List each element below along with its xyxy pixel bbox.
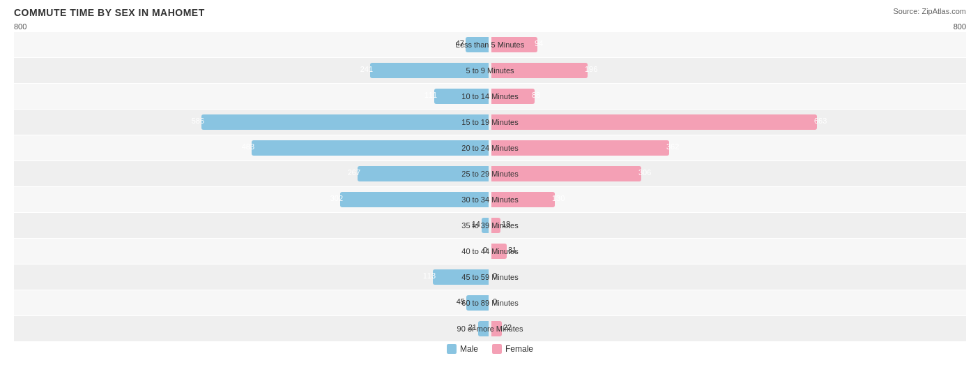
chart-row: 15 to 19 Minutes586663 [14,110,966,135]
chart-row: 60 to 89 Minutes450 [14,290,966,315]
source-text: Source: ZipAtlas.com [893,7,966,15]
female-value: 663 [814,117,827,125]
male-value: 14 [472,220,480,228]
chart-row: 5 to 9 Minutes241196 [14,58,966,83]
chart-row: 30 to 34 Minutes302130 [14,187,966,212]
female-value: 306 [638,168,651,177]
legend-female-label: Female [505,344,533,354]
male-bar [340,192,489,207]
female-value: 0 [493,271,497,280]
chart-area: Less than 5 Minutes47945 to 9 Minutes241… [14,32,966,341]
axis-left-label: 800 [14,22,26,31]
male-value: 241 [360,65,373,73]
male-value: 0 [483,246,487,254]
male-value: 302 [330,194,343,202]
female-bar [491,63,588,78]
chart-row: 10 to 14 Minutes11188 [14,84,966,109]
legend-female-box [492,344,502,354]
female-value: 362 [666,142,679,151]
female-bar [491,192,555,207]
female-value: 94 [535,39,543,47]
male-bar [482,218,489,233]
female-value: 88 [532,91,540,99]
male-value: 45 [457,297,465,306]
chart-container: COMMUTE TIME BY SEX IN MAHOMET Source: Z… [0,0,980,365]
male-value: 21 [468,323,477,332]
male-bar [434,89,489,104]
female-bar [491,89,535,104]
female-bar [491,114,817,130]
male-value: 483 [242,142,254,151]
legend-male-label: Male [460,344,478,354]
axis-labels: 800 800 [14,22,966,31]
female-value: 130 [552,194,565,202]
male-bar [201,114,489,130]
axis-right-label: 800 [954,22,966,31]
male-value: 113 [423,271,436,280]
chart-title: COMMUTE TIME BY SEX IN MAHOMET [14,7,966,18]
chart-row: 45 to 59 Minutes1130 [14,265,966,290]
row-label: 90 or more Minutes [457,325,523,333]
female-value: 196 [585,65,597,73]
female-value: 0 [493,297,497,306]
female-bar [491,321,502,336]
chart-row: 40 to 44 Minutes031 [14,239,966,264]
legend-female: Female [492,344,533,354]
legend-male-box [447,344,457,354]
male-bar [358,166,489,181]
chart-row: 90 or more Minutes2122 [14,316,966,341]
male-bar [466,37,489,52]
chart-row: 25 to 29 Minutes267306 [14,161,966,186]
female-value: 18 [502,220,510,228]
female-bar [491,140,669,156]
male-bar [252,140,489,156]
male-value: 111 [424,91,437,99]
legend: Male Female [14,344,966,354]
chart-row: 35 to 39 Minutes1418 [14,213,966,238]
male-value: 586 [192,117,204,125]
male-bar [478,321,489,336]
female-value: 31 [508,246,516,254]
female-bar [491,166,641,181]
chart-row: 20 to 24 Minutes483362 [14,135,966,161]
male-value: 47 [456,39,464,47]
male-bar [370,63,489,78]
female-bar [491,244,507,259]
male-bar [433,269,489,285]
female-bar [491,218,500,233]
female-bar [491,37,537,52]
male-value: 267 [348,168,360,177]
chart-row: Less than 5 Minutes4794 [14,32,966,57]
female-value: 22 [503,323,512,332]
male-bar [466,295,489,311]
legend-male: Male [447,344,478,354]
